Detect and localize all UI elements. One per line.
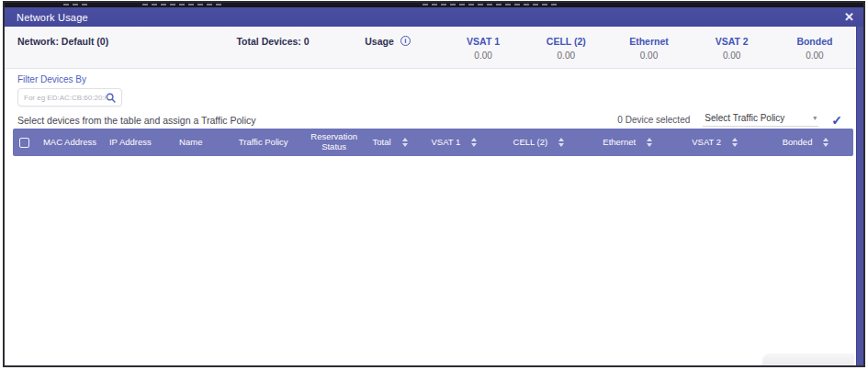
column-header-ethernet[interactable]: Ethernet	[583, 129, 671, 156]
chevron-down-icon: ▾	[802, 114, 817, 122]
sort-icon[interactable]	[558, 138, 564, 147]
stat-bonded: Bonded 0.00	[773, 36, 856, 68]
stat-label: CELL (2)	[524, 36, 607, 47]
sort-icon[interactable]	[647, 138, 652, 147]
mac-search-input[interactable]	[24, 94, 106, 102]
modal-main: Network: Default (0) Total Devices: 0 Us…	[5, 27, 856, 365]
search-icon[interactable]	[106, 93, 116, 103]
background-corner-shape	[762, 353, 854, 365]
usage-summary-bar: Network: Default (0) Total Devices: 0 Us…	[5, 27, 856, 69]
select-all-checkbox[interactable]	[19, 138, 29, 148]
total-devices-label: Total Devices: 0	[212, 36, 333, 68]
background-right-strip	[856, 27, 863, 365]
column-header-cell[interactable]: CELL (2)	[493, 129, 583, 156]
info-icon[interactable]: i	[400, 36, 411, 46]
modal-body: Network: Default (0) Total Devices: 0 Us…	[5, 27, 863, 365]
sort-icon[interactable]	[732, 138, 738, 147]
column-label: Bonded	[783, 138, 813, 148]
column-header-traffic-policy: Traffic Policy	[224, 129, 303, 156]
device-selected-count: 0 Device selected	[617, 115, 690, 125]
device-table-header: MAC Address IP Address Name Traffic Poli…	[13, 129, 853, 156]
column-header-mac-address: MAC Address	[37, 129, 103, 156]
modal-title: Network Usage	[17, 12, 88, 23]
stat-label: Ethernet	[607, 36, 690, 47]
sort-icon[interactable]	[402, 138, 408, 147]
stat-label: VSAT 2	[691, 36, 773, 47]
column-header-name: Name	[158, 129, 224, 156]
sort-icon[interactable]	[471, 138, 477, 147]
column-label: VSAT 2	[692, 138, 721, 148]
column-label: CELL (2)	[513, 138, 548, 148]
stat-cell: CELL (2) 0.00	[524, 36, 607, 68]
device-table-body-empty	[5, 156, 856, 365]
column-label: Ethernet	[603, 138, 636, 148]
policy-controls: 0 Device selected Select Traffic Policy …	[617, 113, 842, 127]
column-label: VSAT 1	[432, 138, 461, 148]
filter-section: Filter Devices By Select devices from th…	[5, 69, 856, 127]
stat-label: VSAT 1	[442, 36, 524, 47]
modal-titlebar: Network Usage ✕	[5, 7, 863, 27]
filter-label: Filter Devices By	[17, 74, 842, 84]
stat-value: 0.00	[691, 50, 773, 61]
assign-policy-row: Select devices from the table and assign…	[17, 113, 842, 127]
column-header-bonded[interactable]: Bonded	[758, 129, 853, 156]
apply-policy-check-icon[interactable]: ✓	[831, 114, 842, 127]
background-text-remnant	[142, 4, 225, 6]
close-icon[interactable]: ✕	[844, 11, 854, 23]
stat-ethernet: Ethernet 0.00	[607, 36, 690, 68]
stat-value: 0.00	[773, 50, 856, 61]
select-all-cell	[13, 129, 37, 156]
stat-value: 0.00	[607, 50, 690, 61]
helper-text: Select devices from the table and assign…	[17, 115, 256, 126]
screenshot-frame: Network Usage ✕ Network: Default (0) Tot…	[3, 1, 865, 367]
traffic-policy-select-value: Select Traffic Policy	[705, 113, 784, 123]
column-header-ip-address: IP Address	[103, 129, 158, 156]
network-label: Network: Default (0)	[17, 36, 212, 68]
column-header-vsat1[interactable]: VSAT 1	[415, 129, 494, 156]
column-header-total[interactable]: Total	[366, 129, 415, 156]
mac-search-box[interactable]	[17, 88, 122, 107]
background-text-remnant	[63, 4, 89, 6]
column-header-reservation-status: Reservation Status	[303, 129, 366, 156]
traffic-policy-select[interactable]: Select Traffic Policy ▾	[703, 113, 818, 127]
usage-label-group: Usage i	[333, 36, 442, 68]
column-header-vsat2[interactable]: VSAT 2	[671, 129, 758, 156]
stat-value: 0.00	[524, 50, 607, 61]
stat-vsat1: VSAT 1 0.00	[442, 36, 524, 68]
usage-label: Usage	[365, 36, 394, 47]
stat-value: 0.00	[442, 50, 524, 61]
stat-vsat2: VSAT 2 0.00	[691, 36, 773, 68]
column-label: Total	[373, 138, 391, 148]
background-page-strip	[5, 3, 863, 7]
background-text-remnant	[423, 4, 560, 6]
stat-label: Bonded	[773, 36, 856, 47]
sort-icon[interactable]	[823, 138, 829, 147]
